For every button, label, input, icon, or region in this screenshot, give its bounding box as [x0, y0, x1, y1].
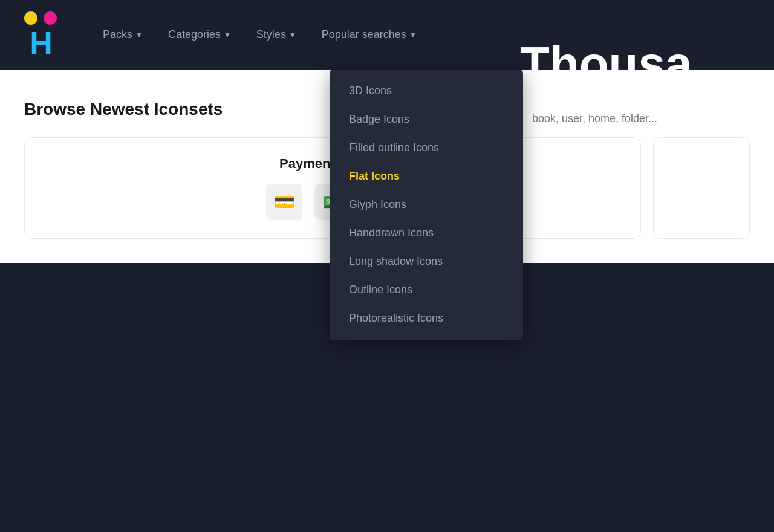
- hero-title: Thousa: [520, 36, 774, 92]
- categories-chevron-icon: ▼: [224, 31, 231, 39]
- main-nav: Packs ▼ Categories ▼ Styles ▼ Popular se…: [93, 24, 426, 46]
- nav-packs[interactable]: Packs ▼: [93, 24, 152, 46]
- hero-search-input[interactable]: [532, 112, 762, 125]
- popular-searches-label: Popular searches: [322, 28, 406, 41]
- styles-label: Styles: [256, 28, 286, 41]
- nav-popular-searches[interactable]: Popular searches ▼: [312, 24, 426, 46]
- dropdown-item-badge-icons[interactable]: Badge Icons: [330, 105, 523, 134]
- dropdown-item-filled-outline-icons[interactable]: Filled outline Icons: [330, 134, 523, 162]
- logo-h: H: [30, 27, 51, 59]
- dropdown-item-3d-icons[interactable]: 3D Icons: [330, 77, 523, 105]
- dot-pink: [44, 11, 57, 25]
- dropdown-item-glyph-icons[interactable]: Glyph Icons: [330, 190, 523, 219]
- dropdown-item-flat-icons[interactable]: Flat Icons: [330, 162, 523, 190]
- popular-searches-chevron-icon: ▼: [409, 31, 417, 39]
- header: H Packs ▼ Categories ▼ Styles ▼ Popular …: [0, 0, 774, 70]
- categories-label: Categories: [168, 28, 221, 41]
- nav-categories[interactable]: Categories ▼: [158, 24, 241, 46]
- dropdown-item-long-shadow-icons[interactable]: Long shadow Icons: [330, 247, 523, 263]
- dropdown-item-handdrawn-icons[interactable]: Handdrawn Icons: [330, 219, 523, 247]
- logo-dots: [24, 11, 57, 25]
- logo[interactable]: H: [24, 11, 57, 59]
- payment-icon-1: 💳: [266, 184, 302, 220]
- hero-search-wrapper: [520, 104, 774, 134]
- packs-chevron-icon: ▼: [135, 31, 143, 39]
- nav-styles[interactable]: Styles ▼: [247, 24, 306, 46]
- styles-dropdown: 3D Icons Badge Icons Filled outline Icon…: [330, 70, 523, 263]
- packs-label: Packs: [103, 28, 132, 41]
- styles-chevron-icon: ▼: [289, 31, 296, 39]
- dot-yellow: [24, 11, 37, 25]
- hero-subtitle: Best free icons for p: [520, 146, 774, 161]
